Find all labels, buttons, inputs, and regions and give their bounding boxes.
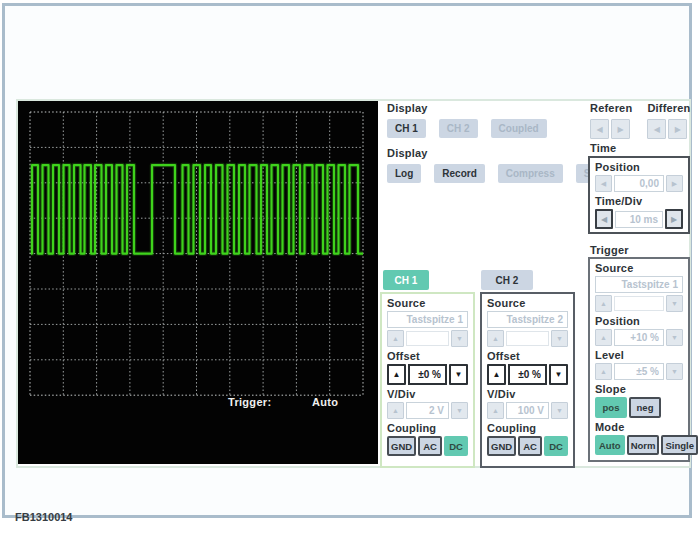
reference-prev-button[interactable]: ◀ <box>590 119 609 139</box>
ch1-coupling-label: Coupling <box>387 422 468 434</box>
ch2-coupling-gnd-button[interactable]: GND <box>487 436 516 456</box>
ch2-source-row: Tastspitze 2 <box>487 311 568 328</box>
ch1-source-up-button[interactable]: ▲ <box>387 330 404 347</box>
down-arrow-icon: ▼ <box>555 370 563 379</box>
trigger-slope-row: pos neg <box>595 397 683 418</box>
time-position-increase-button[interactable]: ▶ <box>666 175 683 192</box>
ch1-coupling-dc-button[interactable]: DC <box>444 436 468 456</box>
timediv-increase-button[interactable]: ▶ <box>665 209 683 229</box>
left-arrow-icon: ◀ <box>596 125 602 134</box>
display-ch1-button[interactable]: CH 1 <box>387 119 426 138</box>
down-arrow-icon: ▼ <box>456 407 463 414</box>
oscilloscope-display: Trigger: Auto <box>18 101 378 464</box>
right-arrow-icon: ▶ <box>671 215 677 224</box>
up-arrow-icon: ▲ <box>492 407 499 414</box>
ch1-panel: Source Tastspitze 1 ▲ ▼ Offset ▲ ±0 % ▼ … <box>380 292 475 468</box>
ch1-offset-value-field[interactable]: ±0 % <box>408 364 447 385</box>
up-arrow-icon: ▲ <box>393 370 401 379</box>
trigger-source-down-button[interactable]: ▼ <box>666 295 683 312</box>
display-log-button[interactable]: Log <box>387 164 421 183</box>
ch1-vdiv-up-button[interactable]: ▲ <box>387 402 404 419</box>
display-coupled-button[interactable]: Coupled <box>491 119 547 138</box>
trigger-mode-label: Mode <box>595 421 683 433</box>
display-compress-button[interactable]: Compress <box>498 164 563 183</box>
down-arrow-icon: ▼ <box>671 334 678 341</box>
app-frame: Trigger: Auto Display CH 1 CH 2 Coupled … <box>2 3 692 518</box>
difference-next-button[interactable]: ▶ <box>668 119 687 139</box>
right-arrow-icon: ▶ <box>617 125 623 134</box>
timediv-value-field: 10 ms <box>615 211 663 228</box>
ch1-coupling-ac-button[interactable]: AC <box>418 436 442 456</box>
down-arrow-icon: ▼ <box>556 335 563 342</box>
ch2-source-spinner-field <box>506 331 549 346</box>
time-position-decrease-button[interactable]: ◀ <box>595 175 612 192</box>
time-position-label: Position <box>595 161 683 173</box>
reference-label: Referen <box>590 102 632 114</box>
reference-group: Referen ◀ ▶ <box>590 102 632 139</box>
ch2-vdiv-up-button[interactable]: ▲ <box>487 402 504 419</box>
ch2-source-value-field: Tastspitze 2 <box>487 311 568 328</box>
trigger-position-up-button[interactable]: ▲ <box>595 329 612 346</box>
ch2-coupling-row: GND AC DC <box>487 436 568 456</box>
left-arrow-icon: ◀ <box>601 215 607 224</box>
ch1-offset-down-button[interactable]: ▼ <box>449 364 468 385</box>
ch1-source-label: Source <box>387 297 468 309</box>
ch2-coupling-ac-button[interactable]: AC <box>518 436 542 456</box>
trigger-mode-norm-button[interactable]: Norm <box>627 435 660 455</box>
difference-prev-button[interactable]: ◀ <box>647 119 666 139</box>
ch1-vdiv-row: ▲ 2 V ▼ <box>387 402 468 419</box>
ref-diff-section: Referen ◀ ▶ Differen ◀ ▶ <box>590 102 691 139</box>
display-record-button[interactable]: Record <box>434 164 484 183</box>
up-arrow-icon: ▲ <box>600 334 607 341</box>
ch2-vdiv-down-button[interactable]: ▼ <box>551 402 568 419</box>
ch2-offset-up-button[interactable]: ▲ <box>487 364 506 385</box>
left-arrow-icon: ◀ <box>601 180 606 188</box>
trigger-slope-pos-button[interactable]: pos <box>595 397 627 418</box>
trigger-mode-auto-button[interactable]: Auto <box>595 435 625 455</box>
trigger-position-down-button[interactable]: ▼ <box>666 329 683 346</box>
ch1-vdiv-down-button[interactable]: ▼ <box>451 402 468 419</box>
timediv-label: Time/Div <box>595 195 683 207</box>
ch1-source-down-button[interactable]: ▼ <box>451 330 468 347</box>
ch2-offset-value-field[interactable]: ±0 % <box>508 364 547 385</box>
right-arrow-icon: ▶ <box>675 125 681 134</box>
ch2-source-down-button[interactable]: ▼ <box>551 330 568 347</box>
ch2-offset-label: Offset <box>487 350 568 362</box>
trigger-status-value: Auto <box>312 396 338 408</box>
timediv-decrease-button[interactable]: ◀ <box>595 209 613 229</box>
trigger-source-spinner-field <box>614 296 664 311</box>
trigger-panel: Source Tastspitze 1 ▲ ▼ Position ▲ +10 %… <box>588 257 690 462</box>
ch2-coupling-dc-button[interactable]: DC <box>544 436 568 456</box>
ch1-offset-up-button[interactable]: ▲ <box>387 364 406 385</box>
ch1-source-spinner: ▲ ▼ <box>387 330 468 347</box>
trigger-level-up-button[interactable]: ▲ <box>595 363 612 380</box>
ch2-offset-down-button[interactable]: ▼ <box>549 364 568 385</box>
up-arrow-icon: ▲ <box>492 335 499 342</box>
ch2-coupling-label: Coupling <box>487 422 568 434</box>
trigger-slope-neg-button[interactable]: neg <box>629 397 661 418</box>
down-arrow-icon: ▼ <box>455 370 463 379</box>
ch1-tab[interactable]: CH 1 <box>383 270 429 290</box>
ch2-source-up-button[interactable]: ▲ <box>487 330 504 347</box>
trigger-source-up-button[interactable]: ▲ <box>595 295 612 312</box>
reference-next-button[interactable]: ▶ <box>611 119 630 139</box>
ch2-vdiv-value-field: 100 V <box>506 402 549 419</box>
trigger-source-label: Source <box>595 262 683 274</box>
up-arrow-icon: ▲ <box>493 370 501 379</box>
display-ch2-button[interactable]: CH 2 <box>439 119 478 138</box>
ch2-tab[interactable]: CH 2 <box>481 270 533 290</box>
ch1-source-spinner-field <box>406 331 449 346</box>
ch2-source-label: Source <box>487 297 568 309</box>
trigger-position-value-field: +10 % <box>614 329 664 346</box>
left-arrow-icon: ◀ <box>654 125 660 134</box>
up-arrow-icon: ▲ <box>600 300 607 307</box>
up-arrow-icon: ▲ <box>600 368 607 375</box>
down-arrow-icon: ▼ <box>671 368 678 375</box>
time-position-row: ◀ 0,00 ▶ <box>595 175 683 192</box>
trigger-level-down-button[interactable]: ▼ <box>666 363 683 380</box>
ch1-coupling-gnd-button[interactable]: GND <box>387 436 416 456</box>
trigger-level-value-field: ±5 % <box>614 363 664 380</box>
trigger-mode-single-button[interactable]: Single <box>661 435 698 455</box>
ch1-source-value-field: Tastspitze 1 <box>387 311 468 328</box>
trigger-source-value-field: Tastspitze 1 <box>595 276 683 293</box>
